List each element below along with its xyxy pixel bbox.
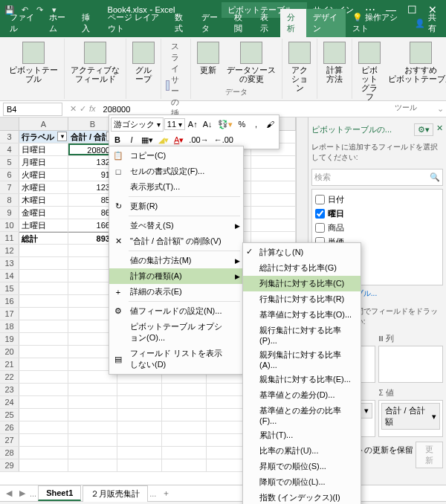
calculations-button[interactable]: 計算方法 [320,40,349,85]
row-header[interactable]: 4 [0,143,19,155]
submenu-item[interactable]: 親集計に対する比率(E)... [243,372,361,387]
cell[interactable] [19,257,68,269]
italic-icon[interactable]: I [125,132,138,147]
font-color-icon[interactable]: A▾ [172,132,186,147]
cell[interactable] [162,447,207,459]
enter-formula-icon[interactable]: ✓ [80,104,86,114]
cell[interactable]: 月曜日 [19,156,68,168]
cell[interactable] [117,459,162,471]
cell[interactable]: 火曜日 [19,169,68,181]
submenu-item[interactable]: 比率の累計(U)... [243,443,361,459]
cell[interactable] [117,421,162,433]
pane-tools-icon[interactable]: ⚙▾ [414,123,433,136]
menu-item[interactable]: +詳細の表示(E) [109,284,243,300]
tab-analyze[interactable]: 分析 [280,9,306,37]
cell[interactable]: 木曜日 [19,194,68,206]
field-search-input[interactable]: 検索🔍 [311,169,443,186]
row-header[interactable]: 27 [0,434,19,446]
menu-item[interactable]: ピボットテーブル オプション(O)... [109,319,243,346]
cell[interactable] [19,396,68,408]
formula-expand-icon[interactable]: ⌄ [434,104,446,114]
tab-review[interactable]: 校閲 [227,9,253,37]
redo-icon[interactable]: ↷ [33,3,46,16]
cell[interactable] [117,396,162,408]
decrease-font-icon[interactable]: A↓ [201,117,215,132]
cell[interactable] [251,219,296,231]
cell[interactable]: 日曜日 [19,143,68,155]
cancel-formula-icon[interactable]: ✕ [70,104,77,114]
cell[interactable] [68,459,117,471]
menu-item[interactable]: ⚙値フィールドの設定(N)... [109,303,243,319]
cell[interactable] [19,245,68,256]
submenu-item[interactable]: ✓計算なし(N) [243,245,361,260]
field-checkbox[interactable]: 曜日 [315,207,439,221]
qat-more-icon[interactable]: ▾ [48,3,61,16]
cell[interactable] [162,421,207,433]
row-header[interactable]: 28 [0,447,19,459]
row-header[interactable]: 20 [0,346,19,358]
values-dropzone[interactable]: 合計 / 合計額▾ [378,400,443,437]
row-header[interactable]: 5 [0,156,19,168]
columns-dropzone[interactable] [378,346,443,383]
field-checkbox[interactable]: 日付 [315,193,439,207]
cell[interactable] [68,396,117,408]
submenu-item[interactable]: 降順での順位(L)... [243,474,361,490]
cell[interactable] [19,447,68,459]
menu-item[interactable]: ▤フィールド リストを表示しない(D) [109,346,243,372]
menu-item[interactable]: 値の集計方法(M)▶ [109,253,243,268]
row-header[interactable]: 15 [0,282,19,294]
recommended-pivot-button[interactable]: おすすめ ピボットテーブル [385,40,446,85]
row-header[interactable]: 24 [0,396,19,408]
sheet-tab-sheet1[interactable]: Sheet1 [38,485,81,501]
cell[interactable] [162,384,207,395]
cell[interactable] [162,434,207,446]
cell[interactable] [19,320,68,332]
cell[interactable] [162,409,207,421]
share-button[interactable]: 👤 共有 [407,9,446,37]
group-button[interactable]: グループ [129,40,158,85]
cell[interactable] [251,181,296,193]
menu-item[interactable]: 📋コピー(C) [109,148,243,164]
submenu-item[interactable]: 親列集計に対する比率(A)... [243,347,361,372]
cell[interactable]: 総計 [19,232,68,244]
cell[interactable] [68,409,117,421]
cell[interactable] [19,421,68,433]
tab-nav-next-icon[interactable]: ▶ [16,488,28,498]
new-sheet-icon[interactable]: ＋ [158,488,175,499]
cell[interactable]: 土曜日 [19,219,68,231]
tab-formulas[interactable]: 数式 [168,9,194,37]
row-header[interactable]: 6 [0,169,19,181]
cell[interactable] [162,396,207,408]
cell[interactable] [251,207,296,219]
menu-item[interactable]: ✕"合計 / 合計額" の削除(V) [109,233,243,249]
update-button[interactable]: 更新 [416,442,443,468]
cell[interactable] [251,156,296,168]
cell[interactable] [117,447,162,459]
tab-menu-icon[interactable]: ... [30,489,36,498]
row-header[interactable]: 17 [0,308,19,320]
increase-decimal-icon[interactable]: .00→ [187,132,210,147]
submenu-item[interactable]: 昇順での順位(S)... [243,459,361,474]
accounting-format-icon[interactable]: 💱▾ [216,117,235,132]
comma-icon[interactable]: , [250,117,263,132]
submenu-item[interactable]: 指数 (インデックス)(I) [243,490,361,504]
pane-close-icon[interactable]: ✕ [436,123,443,136]
undo-icon[interactable]: ↶ [18,3,31,16]
tab-design[interactable]: デザイン [306,9,346,37]
row-header[interactable]: 23 [0,384,19,395]
cell[interactable] [162,459,207,471]
border-icon[interactable]: ▦▾ [139,132,155,147]
cell[interactable] [19,371,68,383]
row-header[interactable]: 26 [0,421,19,433]
increase-font-icon[interactable]: A↑ [186,117,200,132]
name-box[interactable]: B4 [3,103,62,116]
cell[interactable] [19,270,68,282]
cell[interactable] [117,409,162,421]
col-header[interactable]: A [19,117,68,130]
submenu-item[interactable]: 基準値との差分の比率(F)... [243,403,361,427]
format-painter-icon[interactable]: 🖌 [264,117,277,132]
bold-icon[interactable]: B [111,132,124,147]
cell[interactable] [19,308,68,320]
cell[interactable] [19,282,68,294]
row-header[interactable]: 16 [0,295,19,307]
